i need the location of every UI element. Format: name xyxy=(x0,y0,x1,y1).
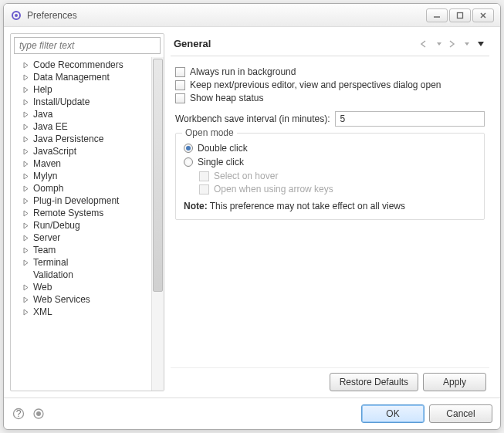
open-arrow-checkbox xyxy=(199,184,209,195)
tree-item-label: Server xyxy=(33,232,60,243)
tree-item-label: JavaScript xyxy=(33,146,76,157)
tree-item-label: Code Recommenders xyxy=(33,59,123,70)
tree-item-help[interactable]: Help xyxy=(11,83,151,96)
expand-icon[interactable] xyxy=(22,73,30,82)
tree-item-validation[interactable]: Validation xyxy=(11,269,151,281)
main-panel: General Always run in background Keep ne… xyxy=(164,33,494,391)
tree-item-label: Java xyxy=(33,109,52,120)
tree-item-mylyn[interactable]: Mylyn xyxy=(11,170,151,182)
open-mode-title: Open mode xyxy=(182,127,237,138)
keep-dialog-label: Keep next/previous editor, view and pers… xyxy=(190,79,441,90)
tree-item-label: Java Persistence xyxy=(33,134,103,144)
tree-item-label: Plug-in Development xyxy=(33,195,119,206)
expand-icon[interactable] xyxy=(22,147,30,156)
tree-item-xml[interactable]: XML xyxy=(11,306,151,318)
tree-item-terminal[interactable]: Terminal xyxy=(11,256,151,269)
minimize-button[interactable] xyxy=(426,8,448,22)
double-click-radio[interactable] xyxy=(184,144,193,153)
open-arrow-label: Open when using arrow keys xyxy=(214,184,333,195)
tree-item-maven[interactable]: Maven xyxy=(11,157,151,170)
back-menu-icon[interactable] xyxy=(434,39,445,49)
expand-icon[interactable] xyxy=(22,123,30,131)
tree-item-plug-in-development[interactable]: Plug-in Development xyxy=(11,195,151,207)
view-menu-icon[interactable] xyxy=(475,39,486,49)
expand-icon[interactable] xyxy=(22,98,30,107)
select-hover-checkbox xyxy=(199,171,209,181)
category-tree[interactable]: Code RecommendersData ManagementHelpInst… xyxy=(11,57,151,391)
forward-icon[interactable] xyxy=(448,39,458,49)
tree-item-label: Mylyn xyxy=(33,171,57,181)
expand-icon[interactable] xyxy=(22,246,30,255)
expand-icon[interactable] xyxy=(22,197,30,205)
ok-button[interactable]: OK xyxy=(361,404,425,423)
preferences-window: Preferences Code RecommendersData Manage… xyxy=(3,3,501,430)
double-click-label: Double click xyxy=(198,143,248,154)
filter-input[interactable] xyxy=(14,37,161,54)
tree-item-remote-systems[interactable]: Remote Systems xyxy=(11,207,151,219)
scrollbar-thumb[interactable] xyxy=(153,59,163,292)
titlebar[interactable]: Preferences xyxy=(4,4,500,27)
tree-item-label: Java EE xyxy=(33,121,68,132)
tree-item-java-persistence[interactable]: Java Persistence xyxy=(11,133,151,145)
open-mode-group: Open mode Double click Single click Sele… xyxy=(175,133,485,220)
tree-item-java-ee[interactable]: Java EE xyxy=(11,120,151,133)
expand-icon[interactable] xyxy=(22,86,30,94)
tree-item-label: Web xyxy=(33,282,52,293)
expand-icon[interactable] xyxy=(22,61,30,69)
expand-icon[interactable] xyxy=(22,184,30,193)
tree-item-server[interactable]: Server xyxy=(11,232,151,244)
tree-item-label: Remote Systems xyxy=(33,208,103,218)
expand-icon[interactable] xyxy=(22,135,30,144)
app-icon xyxy=(10,9,22,22)
apply-button[interactable]: Apply xyxy=(423,373,486,391)
expand-icon[interactable] xyxy=(22,234,30,242)
note-text: Note: This preference may not take effec… xyxy=(184,201,476,211)
expand-icon[interactable] xyxy=(22,283,30,292)
tree-item-run-debug[interactable]: Run/Debug xyxy=(11,219,151,232)
tree-item-oomph[interactable]: Oomph xyxy=(11,182,151,195)
tree-item-data-management[interactable]: Data Management xyxy=(11,71,151,83)
interval-input[interactable] xyxy=(335,111,485,127)
tree-item-label: Install/Update xyxy=(33,96,90,107)
always-run-bg-checkbox[interactable] xyxy=(175,67,185,77)
record-icon[interactable] xyxy=(32,407,46,421)
forward-menu-icon[interactable] xyxy=(462,39,472,49)
tree-item-install-update[interactable]: Install/Update xyxy=(11,96,151,108)
cancel-button[interactable]: Cancel xyxy=(429,404,492,423)
tree-item-label: Help xyxy=(33,84,52,95)
tree-item-web-services[interactable]: Web Services xyxy=(11,293,151,306)
page-title: General xyxy=(174,38,417,49)
keep-dialog-checkbox[interactable] xyxy=(175,80,185,90)
svg-text:?: ? xyxy=(16,408,22,419)
back-icon[interactable] xyxy=(420,39,431,49)
window-title: Preferences xyxy=(27,10,426,21)
expand-icon[interactable] xyxy=(22,308,30,316)
expand-icon[interactable] xyxy=(22,222,30,230)
tree-item-label: Oomph xyxy=(33,183,63,194)
interval-label: Workbench save interval (in minutes): xyxy=(175,113,330,124)
tree-item-label: Validation xyxy=(33,269,73,280)
tree-item-javascript[interactable]: JavaScript xyxy=(11,145,151,157)
single-click-radio[interactable] xyxy=(184,157,193,167)
expand-icon[interactable] xyxy=(22,296,30,304)
tree-item-java[interactable]: Java xyxy=(11,108,151,120)
svg-point-1 xyxy=(15,14,18,17)
close-button[interactable] xyxy=(472,8,494,22)
show-heap-checkbox[interactable] xyxy=(175,93,185,103)
expand-icon[interactable] xyxy=(22,160,30,168)
tree-item-team[interactable]: Team xyxy=(11,244,151,256)
maximize-button[interactable] xyxy=(449,8,471,22)
scrollbar[interactable] xyxy=(151,57,164,391)
select-hover-label: Select on hover xyxy=(214,171,278,181)
expand-icon[interactable] xyxy=(22,110,30,119)
help-icon[interactable]: ? xyxy=(12,407,25,421)
tree-item-web[interactable]: Web xyxy=(11,281,151,293)
tree-item-label: Run/Debug xyxy=(33,220,80,231)
expand-icon[interactable] xyxy=(22,259,30,267)
always-run-bg-label: Always run in background xyxy=(190,66,296,77)
restore-defaults-button[interactable]: Restore Defaults xyxy=(330,373,418,391)
expand-icon[interactable] xyxy=(22,172,30,181)
svg-rect-3 xyxy=(458,12,463,18)
tree-item-code-recommenders[interactable]: Code Recommenders xyxy=(11,59,151,71)
expand-icon[interactable] xyxy=(22,209,30,218)
